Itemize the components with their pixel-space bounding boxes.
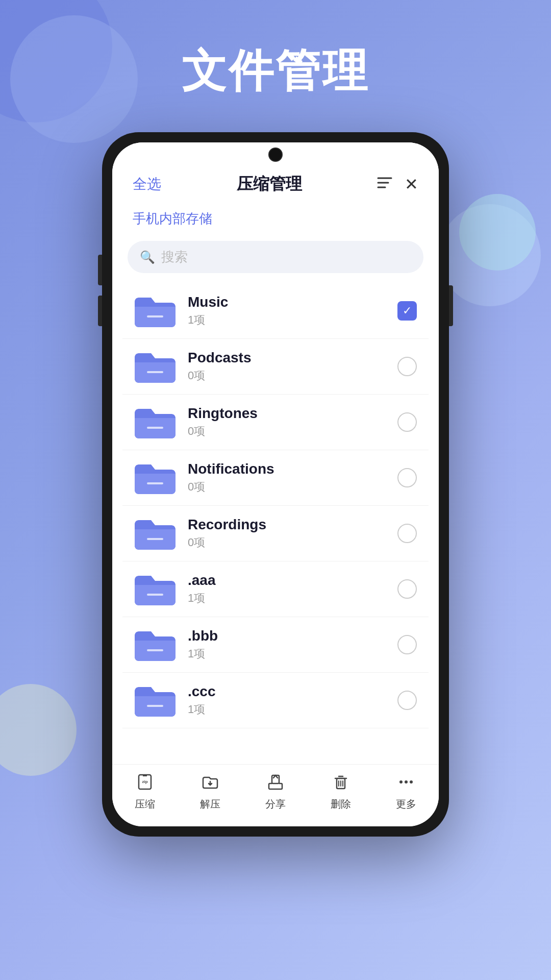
file-count: 0项 [188, 535, 386, 550]
toolbar-label: 压缩 [135, 797, 155, 811]
checkbox[interactable] [396, 467, 418, 489]
bg-decoration-1 [0, 0, 112, 122]
list-item[interactable]: Music 1项 ✓ [122, 283, 429, 339]
file-info: .bbb 1项 [188, 628, 386, 662]
file-count: 0项 [188, 424, 386, 439]
svg-rect-14 [272, 775, 279, 783]
camera-notch [268, 148, 283, 162]
search-bar[interactable]: 🔍 搜索 [128, 241, 423, 273]
svg-rect-13 [143, 775, 147, 776]
checkbox[interactable] [396, 411, 418, 433]
file-name: Music [188, 294, 386, 310]
file-info: Ringtones 0项 [188, 405, 386, 439]
folder-icon [133, 571, 178, 607]
checkbox-unchecked [397, 357, 417, 376]
folder-icon [133, 292, 178, 329]
folder-icon [133, 515, 178, 552]
checkbox-unchecked [397, 468, 417, 487]
toolbar-label: 更多 [396, 797, 416, 811]
file-info: Recordings 0项 [188, 517, 386, 550]
phone-screen: 全选 压缩管理 ✕ 手机内部存储 🔍 搜索 [112, 142, 439, 826]
folder-icon [133, 626, 178, 663]
list-item[interactable]: Podcasts 0项 [122, 339, 429, 395]
svg-rect-6 [147, 482, 163, 484]
bg-decoration-2 [10, 15, 138, 143]
search-input[interactable]: 搜索 [161, 248, 188, 266]
file-count: 0项 [188, 368, 386, 383]
checkbox[interactable]: ✓ [396, 300, 418, 322]
toolbar-label: 删除 [331, 797, 351, 811]
folder-icon [133, 348, 178, 385]
list-item[interactable]: Ringtones 0项 [122, 395, 429, 450]
share-icon [266, 773, 285, 794]
file-list: Music 1项 ✓ Podcasts 0项 Ringtones 0项 Noti… [112, 283, 439, 764]
list-item[interactable]: .bbb 1项 [122, 617, 429, 673]
toolbar-item-解压[interactable]: 解压 [200, 773, 220, 811]
file-info: Notifications 0项 [188, 461, 386, 495]
list-item[interactable]: .ccc 1项 [122, 673, 429, 728]
checkbox-unchecked [397, 524, 417, 543]
screen-title: 压缩管理 [237, 173, 302, 195]
phone-mockup: 全选 压缩管理 ✕ 手机内部存储 🔍 搜索 [102, 132, 449, 837]
select-all-button[interactable]: 全选 [133, 175, 161, 194]
file-info: .ccc 1项 [188, 683, 386, 717]
storage-label: 手机内部存储 [112, 206, 439, 236]
svg-point-19 [399, 780, 403, 783]
page-title: 文件管理 [182, 41, 369, 102]
file-info: Music 1项 [188, 294, 386, 328]
toolbar-item-删除[interactable]: 删除 [331, 773, 351, 811]
volume-up-button [98, 255, 102, 285]
checkbox-unchecked [397, 691, 417, 710]
search-container: 🔍 搜索 [112, 236, 439, 283]
list-item[interactable]: Notifications 0项 [122, 450, 429, 506]
checkbox-checked: ✓ [397, 301, 417, 321]
volume-down-button [98, 296, 102, 326]
bottom-toolbar: zip 压缩 解压 分享 删除 更多 [112, 764, 439, 826]
power-button [449, 285, 453, 326]
svg-rect-10 [147, 705, 163, 707]
sort-icon[interactable] [377, 176, 392, 193]
file-count: 0项 [188, 479, 386, 495]
file-info: .aaa 1项 [188, 572, 386, 606]
file-count: 1项 [188, 312, 386, 328]
svg-rect-5 [147, 427, 163, 429]
file-name: .bbb [188, 628, 386, 644]
svg-rect-3 [147, 315, 163, 317]
list-item[interactable]: .aaa 1项 [122, 561, 429, 617]
more-icon [397, 773, 415, 794]
list-item[interactable]: Recordings 0项 [122, 506, 429, 561]
header-actions: ✕ [377, 175, 418, 194]
folder-icon [133, 404, 178, 440]
svg-point-20 [405, 780, 408, 783]
toolbar-item-更多[interactable]: 更多 [396, 773, 416, 811]
compress-icon: zip [136, 773, 154, 794]
close-icon[interactable]: ✕ [405, 175, 418, 194]
file-name: Notifications [188, 461, 386, 477]
checkbox[interactable] [396, 355, 418, 378]
toolbar-label: 分享 [265, 797, 286, 811]
checkbox-unchecked [397, 412, 417, 432]
file-count: 1项 [188, 646, 386, 662]
svg-rect-8 [147, 594, 163, 596]
file-name: .ccc [188, 683, 386, 700]
file-name: Ringtones [188, 405, 386, 422]
svg-text:zip: zip [142, 779, 147, 784]
toolbar-item-压缩[interactable]: zip 压缩 [135, 773, 155, 811]
checkbox[interactable] [396, 522, 418, 545]
toolbar-label: 解压 [200, 797, 220, 811]
file-name: .aaa [188, 572, 386, 589]
svg-rect-4 [147, 371, 163, 373]
checkbox[interactable] [396, 578, 418, 600]
checkbox[interactable] [396, 689, 418, 712]
checkbox-unchecked [397, 635, 417, 654]
file-info: Podcasts 0项 [188, 350, 386, 383]
svg-point-21 [410, 780, 413, 783]
svg-rect-7 [147, 538, 163, 540]
toolbar-item-分享[interactable]: 分享 [265, 773, 286, 811]
file-name: Podcasts [188, 350, 386, 366]
bg-decoration-5 [459, 194, 536, 271]
folder-icon [133, 459, 178, 496]
file-count: 1项 [188, 591, 386, 606]
checkbox[interactable] [396, 633, 418, 656]
search-icon: 🔍 [140, 250, 155, 264]
